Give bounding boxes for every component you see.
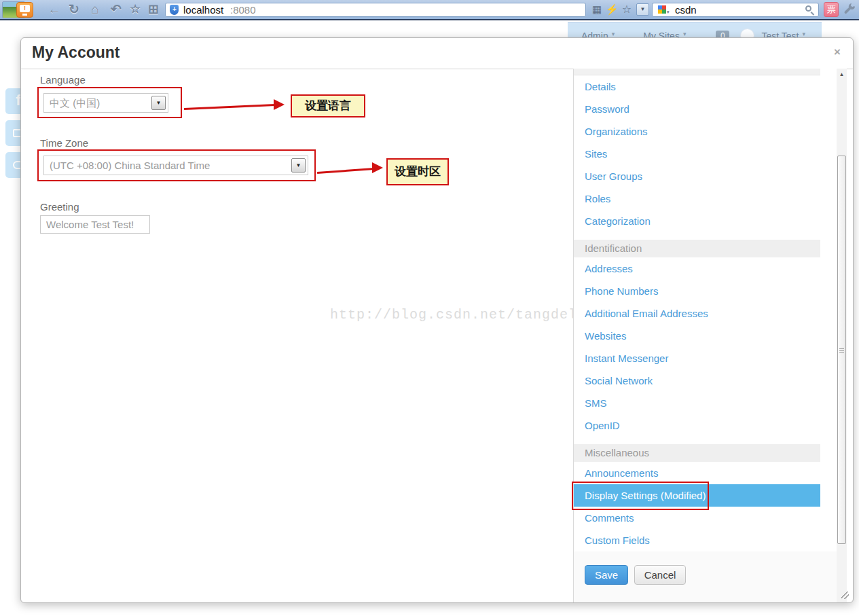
search-magnifier-icon[interactable]: [805, 5, 811, 12]
annotation-arrow-line: [184, 104, 275, 110]
back-icon[interactable]: ←: [45, 0, 64, 19]
nav-item-sms[interactable]: SMS: [574, 392, 820, 414]
timezone-value: (UTC +08:00) China Standard Time: [50, 156, 210, 175]
timezone-select[interactable]: (UTC +08:00) China Standard Time ▼: [43, 156, 308, 175]
greeting-input[interactable]: [40, 215, 150, 234]
monitor-alert-icon[interactable]: !: [16, 2, 33, 18]
nav-item-organizations[interactable]: Organizations: [574, 120, 820, 143]
nav-item-openid[interactable]: OpenID: [574, 414, 820, 437]
timezone-callout: 设置时区: [386, 158, 449, 185]
greeting-label: Greeting: [40, 201, 79, 213]
account-nav: DetailsPasswordOrganizationsSitesUser Gr…: [574, 75, 838, 551]
chevron-down-icon: ▾: [802, 31, 805, 37]
annotation-arrow-head: [372, 162, 383, 173]
google-logo-icon: [658, 5, 666, 14]
my-account-dialog: My Account × Language 中文 (中国) ▼ 设置语言 Tim…: [20, 37, 854, 603]
nav-clipped-header: [574, 69, 820, 75]
url-port: :8080: [230, 3, 256, 16]
browser-toolbar: ! ← ↻ ⌂ ↶ ☆ ⊞ localhost :8080 ▦ ⚡ ☆ ▼ ▾ …: [0, 0, 859, 20]
timezone-annotation-box: (UTC +08:00) China Standard Time ▼: [37, 149, 316, 181]
url-host: localhost: [183, 3, 223, 16]
nav-item-websites[interactable]: Websites: [574, 325, 820, 347]
wrench-icon[interactable]: [843, 3, 856, 19]
refresh-icon[interactable]: ↻: [65, 0, 84, 19]
nav-item-addresses[interactable]: Addresses: [574, 257, 820, 280]
scrollbar-up-icon[interactable]: ▲: [837, 70, 847, 79]
undo-icon[interactable]: ↶: [107, 0, 126, 19]
site-shield-icon[interactable]: [170, 5, 179, 15]
alert-glyph: !: [20, 5, 30, 12]
engine-caret-icon[interactable]: ▾: [667, 10, 670, 15]
home-icon[interactable]: ⌂: [86, 0, 105, 19]
close-icon[interactable]: ×: [834, 46, 841, 59]
nav-item-sites[interactable]: Sites: [574, 143, 820, 165]
language-annotation-box: 中文 (中国) ▼: [37, 87, 182, 118]
account-nav-column: DetailsPasswordOrganizationsSitesUser Gr…: [573, 69, 838, 602]
scrollbar-thumb[interactable]: [837, 156, 846, 544]
nav-item-custom-fields[interactable]: Custom Fields: [574, 529, 820, 551]
nav-item-categorization[interactable]: Categorization: [574, 210, 820, 232]
save-button[interactable]: Save: [585, 565, 628, 585]
search-box[interactable]: ▾ csdn: [652, 3, 819, 17]
nav-item-details[interactable]: Details: [574, 75, 820, 98]
language-callout: 设置语言: [291, 94, 365, 117]
nav-item-roles[interactable]: Roles: [574, 187, 820, 210]
language-select[interactable]: 中文 (中国) ▼: [43, 93, 168, 113]
apps-grid-icon[interactable]: ⊞: [144, 0, 163, 19]
chevron-down-icon: ▾: [683, 31, 687, 37]
address-bar[interactable]: localhost :8080: [165, 3, 586, 17]
display-settings-annotation-box: [572, 482, 709, 510]
annotation-arrow-line: [317, 168, 374, 174]
nav-item-password[interactable]: Password: [574, 98, 820, 120]
nav-item-user-groups[interactable]: User Groups: [574, 165, 820, 187]
chevron-down-icon: ▾: [612, 31, 615, 37]
nav-item-instant-messenger[interactable]: Instant Messenger: [574, 347, 820, 369]
watermark-text: http://blog.csdn.net/tangdelong: [330, 307, 604, 323]
nav-footer: Save Cancel: [574, 551, 839, 602]
dialog-scrollbar[interactable]: ▲: [837, 69, 847, 602]
nav-section-header: Identification: [574, 240, 820, 257]
resize-grip-icon[interactable]: [841, 592, 849, 599]
toolbar-dropdown-icon[interactable]: ▼: [636, 3, 649, 16]
language-value: 中文 (中国): [50, 94, 100, 112]
scrollbar-grip-icon: [839, 348, 844, 353]
nav-item-phone-numbers[interactable]: Phone Numbers: [574, 280, 820, 302]
nav-item-social-network[interactable]: Social Network: [574, 369, 820, 392]
timezone-label: Time Zone: [40, 137, 88, 149]
qr-code-icon[interactable]: ▦: [589, 0, 604, 19]
favorites-star-icon[interactable]: ☆: [126, 0, 145, 19]
cancel-button[interactable]: Cancel: [634, 565, 687, 585]
language-label: Language: [40, 74, 86, 86]
page-title: My Account: [32, 43, 120, 62]
nav-section-header: Miscellaneous: [574, 444, 820, 462]
nav-item-additional-email-addresses[interactable]: Additional Email Addresses: [574, 302, 820, 325]
bookmark-star-icon[interactable]: ☆: [619, 0, 634, 19]
dropdown-arrow-icon[interactable]: ▼: [151, 96, 166, 110]
lightning-icon[interactable]: ⚡: [605, 0, 619, 19]
dropdown-arrow-icon[interactable]: ▼: [291, 158, 306, 173]
ticket-extension-icon[interactable]: 票: [824, 2, 839, 17]
annotation-arrow-head: [274, 99, 285, 110]
search-query: csdn: [675, 3, 697, 16]
